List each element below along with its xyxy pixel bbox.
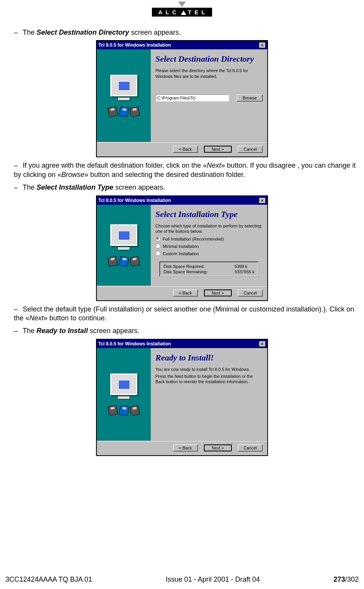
back-button[interactable]: < Back [173,289,198,296]
floppy-icon [130,107,140,118]
floppy-icon [108,256,118,267]
window-title: Tcl 8.0.5 for Windows Installation [98,42,171,48]
window-title: Tcl 8.0.5 for Windows Installation [98,198,171,203]
radio-minimal-installation[interactable]: Minimal Installation [155,244,263,249]
disk-required-value: 5399 k [235,264,254,269]
radio-icon [155,244,160,249]
text: screen appears. [113,183,165,191]
page-footer: 3CC12424AAAA TQ BJA 01 Issue 01 - April … [5,576,359,584]
dialog-sidebar-graphic [97,49,151,142]
select-installation-type-dialog: Tcl 8.0.5 for Windows Installation × [96,195,268,301]
dialog-heading: Select Destination Directory [155,54,263,64]
disk-required-label: Disk Space Required: [163,264,235,269]
radio-custom-installation[interactable]: Custom Installation [155,251,263,256]
disk-space-box: Disk Space Required: 5399 k Disk Space R… [159,261,259,277]
dialog-heading: Select Installation Type [155,209,263,219]
floppy-icon [119,405,129,416]
step1-intro: – The Select Destination Directory scree… [14,28,359,37]
radio-icon [155,236,160,241]
text: screen appears. [88,327,140,335]
step1-after: – If you agree with the default destinat… [14,161,359,179]
dialog-paragraph: Choose which type of installation to per… [155,223,263,234]
dialog-paragraph: Press the Next button to begin the insta… [155,374,263,385]
step2-intro: – The Select Installation Type screen ap… [14,183,359,192]
browse-button[interactable]: Browse [237,94,263,101]
dialog-paragraph: You are now ready to install Tcl 8.0.5 f… [155,367,263,372]
dialog-paragraph: Please select the directory where the Tc… [155,68,263,79]
dialog-sidebar-graphic [97,205,151,286]
brand-letter: E [194,9,201,15]
step2-after: – Select the default type (Full installa… [14,305,359,323]
text: The [23,183,37,191]
titlebar: Tcl 8.0.5 for Windows Installation × [97,41,267,49]
cancel-button[interactable]: Cancel [238,289,263,296]
radio-icon [155,251,160,256]
radio-label: Minimal Installation [163,244,199,249]
computer-icon [108,374,139,415]
titlebar: Tcl 8.0.5 for Windows Installation × [97,340,267,348]
text: The [23,327,37,335]
cancel-button[interactable]: Cancel [238,146,263,153]
radio-label: Custom Installation [163,251,199,256]
screen-name: Select Installation Type [37,183,113,191]
cancel-button[interactable]: Cancel [238,444,263,451]
logo-inner-triangle-icon [181,10,186,15]
page-number: 273/302 [334,576,359,584]
dialog-heading: Ready to Install! [155,353,263,363]
floppy-icon [108,107,118,118]
computer-icon [108,224,139,266]
brand-letter: A [158,9,165,15]
close-icon[interactable]: × [259,341,266,347]
logo-triangle-icon [178,2,186,7]
document-id: 3CC12424AAAA TQ BJA 01 [5,576,92,584]
disk-remaining-value: 5337655 k [235,269,254,274]
floppy-icon [108,405,118,416]
floppy-icon [130,256,140,267]
next-button[interactable]: Next > [204,289,232,296]
brand-letter: L [165,9,172,15]
back-button[interactable]: < Back [173,444,198,451]
back-button[interactable]: < Back [173,146,198,153]
screen-name: Ready to Install [37,327,88,335]
brand-letter: T [188,9,194,15]
issue-info: Issue 01 - April 2001 - Draft 04 [166,576,260,584]
next-button[interactable]: Next > [204,146,232,153]
brand-letter: C [172,9,179,15]
dialog-sidebar-graphic [97,348,151,441]
text: The [23,29,37,36]
radio-full-installation[interactable]: Full Installation (Recommended) [155,236,263,241]
close-icon[interactable]: × [259,197,266,204]
select-destination-dialog: Tcl 8.0.5 for Windows Installation × [96,40,268,157]
floppy-icon [119,256,129,266]
ready-to-install-dialog: Tcl 8.0.5 for Windows Installation × [96,339,268,456]
brand-letter: L [201,9,208,15]
window-title: Tcl 8.0.5 for Windows Installation [98,341,171,347]
text: screen appears. [129,29,181,36]
alcatel-logo: ALCTEL [152,2,212,17]
screen-name: Select Destination Directory [37,29,129,36]
floppy-icon [130,405,140,416]
close-icon[interactable]: × [259,42,266,48]
next-button[interactable]: Next > [204,444,232,451]
titlebar: Tcl 8.0.5 for Windows Installation × [97,196,267,205]
radio-label: Full Installation (Recommended) [163,237,224,241]
floppy-icon [119,107,129,117]
destination-path-input[interactable]: C:\Program Files\Tcl [155,94,229,101]
disk-remaining-label: Disk Space Remaining: [163,269,235,274]
step3-intro: – The Ready to Install screen appears. [14,326,359,335]
computer-icon [108,75,139,116]
brand-header: ALCTEL [5,2,359,17]
